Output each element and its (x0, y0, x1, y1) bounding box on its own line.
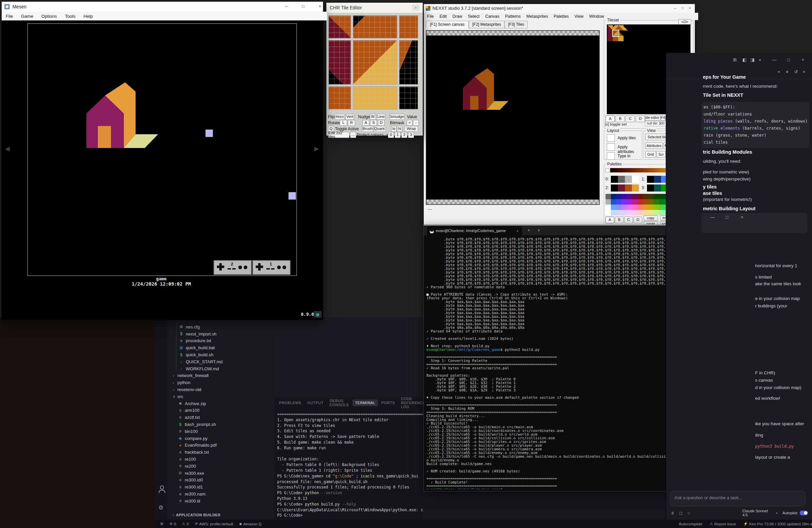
file-row-re200[interactable]: ≡re200 (168, 463, 285, 470)
kiro-history-icon[interactable]: ↺ (794, 70, 798, 74)
mesen-menu-help[interactable]: Help (84, 14, 93, 19)
file-row-re300.id0[interactable]: ≡re300.id0 (168, 477, 285, 484)
subpalette-2-swatch-1[interactable] (618, 185, 625, 191)
panel-tab-problems[interactable]: PROBLEMS (276, 399, 304, 406)
chr-tile-1[interactable] (353, 15, 397, 39)
file-row-bash_prompt.sh[interactable]: $bash_prompt.sh (168, 421, 285, 428)
master-palette-swatch[interactable] (648, 210, 654, 215)
file-row-re300.til[interactable]: ≡re300.til (168, 498, 285, 504)
palette-gradient-checkbox[interactable] (606, 168, 609, 172)
chr-r[interactable]: R (348, 120, 355, 126)
file-row-re300.exe[interactable]: ⚙re300.exe (168, 470, 285, 477)
chr--[interactable]: ... (350, 132, 356, 138)
master-palette-swatch[interactable] (611, 210, 616, 215)
mesen-game-screen[interactable]: 21 (27, 24, 297, 276)
master-palette-swatch[interactable] (638, 204, 643, 210)
file-row-re300.nam[interactable]: ≡re300.nam (168, 490, 285, 498)
file-row-nexxt_import.sh[interactable]: $nexxt_import.sh (168, 330, 286, 338)
chr-wrap[interactable]: Wrap (405, 126, 418, 132)
chr--[interactable]: + (407, 120, 412, 126)
master-palette-swatch[interactable] (638, 194, 643, 199)
tileset-expand-button[interactable]: <O> (679, 19, 691, 25)
layout-checkbox-0[interactable] (607, 134, 615, 142)
kiro-toolbar-chat-icon[interactable]: ◗ (759, 58, 762, 62)
chr-2[interactable]: 2 (401, 132, 407, 138)
master-palette-swatch[interactable] (638, 199, 643, 204)
chr-edit-2x2-tiles[interactable]: Edit 2x2 tiles (328, 132, 349, 138)
master-palette-swatch[interactable] (611, 204, 616, 210)
chr--[interactable]: - (413, 120, 419, 126)
subpalette-2-swatch-3[interactable] (632, 185, 639, 191)
panel-tab-ports[interactable]: PORTS (379, 399, 397, 406)
file-row-re100[interactable]: ≡re100 (168, 456, 285, 463)
file-row-hackback.txt[interactable]: ≡hackback.txt (168, 449, 285, 456)
panel-tab-code-reference-log[interactable]: CODE REFERENCE LOG (398, 397, 424, 410)
tileset-bank-B[interactable]: B (615, 115, 625, 122)
file-row-QUICK_START.md[interactable]: ↓QUICK_START.md (168, 358, 286, 365)
mesen-minimize-button[interactable]: – (280, 3, 292, 10)
master-palette-swatch[interactable] (627, 210, 632, 215)
file-row-quick_build.sh[interactable]: $quick_build.sh (168, 351, 286, 358)
nexxt-menu-edit[interactable]: Edit (439, 14, 447, 19)
chr-quant-[interactable]: Quant. (374, 126, 386, 132)
master-palette-swatch[interactable] (648, 204, 654, 210)
master-palette-swatch[interactable] (638, 210, 643, 215)
chr-smudge[interactable]: Smudge (389, 114, 405, 120)
status-item[interactable]: ⊞ (160, 522, 163, 526)
mesen-close-button[interactable]: × (314, 3, 326, 10)
master-palette-swatch[interactable] (627, 199, 632, 204)
hidden-window-close-button[interactable]: × (741, 215, 743, 219)
nexxt-menu-metasprites[interactable]: Metasprites (526, 14, 548, 19)
model-selector[interactable]: Claude Sonnet 4.5 (742, 509, 773, 517)
master-palette-swatch[interactable] (616, 199, 622, 204)
master-palette-swatch[interactable] (632, 204, 638, 210)
chr-tile-3[interactable] (328, 40, 351, 85)
chr-0[interactable]: 0 (388, 132, 394, 138)
kiro-maximize-button[interactable]: □ (787, 58, 790, 62)
nexxt-menu-window[interactable]: Window (589, 14, 604, 19)
master-palette-swatch[interactable] (622, 204, 627, 210)
master-palette-swatch[interactable] (643, 210, 648, 215)
master-palette-swatch[interactable] (632, 194, 638, 199)
hidden-window-maximize-button[interactable]: □ (726, 215, 728, 219)
chr-d[interactable]: D (378, 120, 385, 126)
file-row-src[interactable]: ∨src (168, 393, 280, 400)
file-row-nes.cfg[interactable]: ⚙nes.cfg (168, 324, 286, 330)
subpalette-2-swatch-0[interactable] (611, 185, 618, 191)
prev-state-arrow-icon[interactable]: ◀ (5, 145, 10, 152)
kiro-new-chat-button[interactable]: + (778, 70, 780, 74)
nexxt-menu-palettes[interactable]: Palettes (554, 14, 569, 19)
master-palette-swatch[interactable] (632, 210, 638, 215)
status-item[interactable]: ◆Amazon Q (239, 522, 262, 526)
nexxt-menu-canvas[interactable]: Canvas (485, 14, 499, 19)
file-row-procedure.txt[interactable]: ≡procedure.txt (168, 338, 286, 344)
view-attributes[interactable]: Attributes (645, 142, 663, 149)
panel-tab-output[interactable]: OUTPUT (305, 399, 327, 406)
subpalette-0-swatch-0[interactable] (611, 176, 618, 183)
file-row-network_firewall[interactable]: ›network_firewall (168, 372, 280, 379)
chr-a[interactable]: A (362, 120, 369, 126)
file-row-python[interactable]: ›python (168, 379, 280, 386)
master-palette-swatch[interactable] (654, 204, 659, 210)
chr-close-button[interactable]: × (412, 5, 419, 11)
status-item[interactable]: ⊘0 (169, 522, 176, 526)
mesen-maximize-button[interactable]: □ (297, 3, 309, 10)
hidden-window-minimize-button[interactable]: — (711, 215, 715, 219)
mesen-menu-game[interactable]: Game (21, 14, 33, 19)
tileset-tile[interactable] (624, 25, 629, 30)
master-palette-swatch[interactable] (616, 204, 622, 210)
master-palette-swatch[interactable] (606, 210, 611, 215)
kiro-attach-icon[interactable]: □ (680, 511, 682, 515)
chr-tile-0[interactable] (328, 15, 351, 39)
nexxt-minimize-button[interactable]: – (672, 6, 678, 11)
chr-l[interactable]: L (340, 120, 347, 126)
terminal-tab-close-icon[interactable]: × (515, 228, 520, 234)
nexxt-maximize-button[interactable]: □ (680, 6, 685, 11)
master-palette-swatch[interactable] (606, 204, 611, 210)
file-row-EvanRinaldo.pdf[interactable]: ●EvanRinaldo.pdf (168, 442, 285, 449)
file-row-resetenv-old[interactable]: ›resetenv-old (168, 386, 280, 393)
status-item[interactable]: ⚠Report issue (710, 522, 736, 526)
layout-checkbox-1[interactable] (607, 143, 615, 151)
nexxt-menu-patterns[interactable]: Patterns (505, 14, 521, 19)
view-zoom-Grid[interactable]: Grid (645, 151, 656, 158)
